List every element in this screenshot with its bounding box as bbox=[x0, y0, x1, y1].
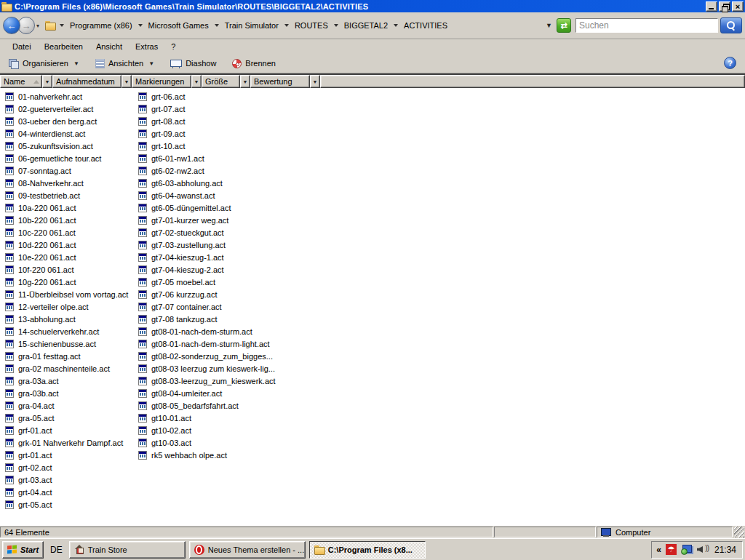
network-icon[interactable] bbox=[681, 545, 693, 555]
menu-ansicht[interactable]: Ansicht bbox=[89, 41, 129, 52]
file-item[interactable]: 10a-220 061.act bbox=[5, 201, 138, 214]
file-item[interactable]: gt7-03-zustellung.act bbox=[138, 239, 271, 251]
file-item[interactable]: gt08-03 leerzug zum kieswerk-lig... bbox=[138, 362, 271, 375]
back-button[interactable]: ← bbox=[3, 17, 20, 34]
file-item[interactable]: gt10-03.act bbox=[138, 436, 271, 449]
file-item[interactable]: gt6-03-abholung.act bbox=[138, 177, 271, 189]
file-item[interactable]: 05-zukunftsvision.act bbox=[5, 140, 138, 152]
breadcrumb-segment[interactable]: Train Simulator bbox=[223, 20, 280, 31]
file-item[interactable]: 01-nahverkehr.act bbox=[5, 90, 138, 103]
file-item[interactable]: gt7-05 moebel.act bbox=[138, 276, 271, 288]
file-item[interactable]: gt6-02-nw2.act bbox=[138, 164, 271, 177]
file-item[interactable]: grt-06.act bbox=[138, 90, 271, 103]
file-item[interactable]: gra-03b.act bbox=[5, 387, 138, 399]
search-button[interactable] bbox=[720, 17, 742, 33]
file-item[interactable]: grt-03.act bbox=[5, 473, 138, 486]
file-list-pane[interactable]: 01-nahverkehr.act 02-gueterverteiler.act… bbox=[0, 88, 745, 525]
breadcrumb-segment[interactable]: Microsoft Games bbox=[147, 20, 210, 31]
file-item[interactable]: 04-winterdienst.act bbox=[5, 127, 138, 140]
breadcrumb-separator-icon[interactable] bbox=[215, 24, 219, 27]
file-item[interactable]: grt-05.act bbox=[5, 498, 138, 511]
column-filter-name[interactable]: ▼ bbox=[42, 75, 52, 88]
file-item[interactable]: gt7-01-kurzer weg.act bbox=[138, 214, 271, 226]
file-item[interactable]: grt-09.act bbox=[138, 127, 271, 140]
file-item[interactable]: 10c-220 061.act bbox=[5, 226, 138, 239]
minimize-button[interactable] bbox=[706, 1, 717, 12]
column-filter-aufnahmedatum[interactable]: ▼ bbox=[121, 75, 132, 88]
file-item[interactable]: 07-sonntag.act bbox=[5, 164, 138, 177]
close-button[interactable]: × bbox=[732, 1, 744, 12]
menu-bearbeiten[interactable]: Bearbeiten bbox=[38, 41, 89, 52]
file-item[interactable]: gt7-07 container.act bbox=[138, 300, 271, 313]
file-item[interactable]: grt-02.act bbox=[5, 461, 138, 473]
file-item[interactable]: gt6-01-nw1.act bbox=[138, 152, 271, 164]
taskbar-button-train-store[interactable]: Train Store bbox=[69, 541, 186, 559]
column-header-bewertung[interactable]: Bewertung bbox=[250, 75, 310, 88]
column-header-name[interactable]: Name bbox=[0, 75, 42, 88]
file-item[interactable]: gt08-03-leerzug_zum_kieswerk.act bbox=[138, 375, 271, 387]
breadcrumb-separator-icon[interactable] bbox=[60, 24, 64, 27]
file-item[interactable]: gt10-02.act bbox=[138, 424, 271, 436]
breadcrumb-segment[interactable]: Programme (x86) bbox=[68, 20, 134, 31]
file-item[interactable]: 10g-220 061.act bbox=[5, 276, 138, 288]
file-item[interactable]: gt6-04-awanst.act bbox=[138, 189, 271, 201]
breadcrumb-segment[interactable]: ROUTES bbox=[293, 20, 330, 31]
file-item[interactable]: 08-Nahverkehr.act bbox=[5, 177, 138, 189]
breadcrumb-separator-icon[interactable] bbox=[284, 24, 289, 27]
taskbar-button-explorer-active[interactable]: C:\Program Files (x8... bbox=[309, 541, 426, 559]
file-item[interactable]: 03-ueber den berg.act bbox=[5, 115, 138, 127]
breadcrumb-separator-icon[interactable] bbox=[138, 24, 143, 27]
file-item[interactable]: gt08-02-sonderzug_zum_bigges... bbox=[138, 350, 271, 362]
file-item[interactable]: gt7-04-kieszug-1.act bbox=[138, 251, 271, 263]
file-item[interactable]: grt-07.act bbox=[138, 103, 271, 115]
breadcrumb-segment[interactable]: ACTIVITIES bbox=[402, 20, 449, 31]
views-button[interactable]: Ansichten ▼ bbox=[92, 57, 157, 71]
folder-icon[interactable] bbox=[45, 21, 55, 30]
column-header-aufnahmedatum[interactable]: Aufnahmedatum bbox=[52, 75, 121, 88]
file-item[interactable]: 10f-220 061.act bbox=[5, 263, 138, 276]
file-item[interactable]: gt08-05_bedarfsfahrt.act bbox=[138, 399, 271, 412]
column-filter-groesse[interactable]: ▼ bbox=[240, 75, 250, 88]
history-dropdown-icon[interactable]: ▾ bbox=[36, 23, 39, 29]
file-item[interactable]: rk5 wehbach olpe.act bbox=[138, 449, 271, 461]
file-item[interactable]: gt7-02-stueckgut.act bbox=[138, 226, 271, 239]
breadcrumb-separator-icon[interactable] bbox=[394, 24, 398, 27]
file-item[interactable]: 12-verteiler olpe.act bbox=[5, 300, 138, 313]
organize-button[interactable]: Organisieren ▼ bbox=[6, 57, 82, 71]
restore-button[interactable] bbox=[719, 1, 730, 12]
menu-help[interactable]: ? bbox=[164, 41, 182, 52]
speaker-icon[interactable] bbox=[697, 545, 709, 554]
breadcrumb-separator-icon[interactable] bbox=[334, 24, 338, 27]
file-item[interactable]: gt08-01-nach-dem-sturm-light.act bbox=[138, 337, 271, 350]
file-item[interactable]: gra-05.act bbox=[5, 412, 138, 424]
slideshow-button[interactable]: Diashow bbox=[167, 57, 219, 71]
file-item[interactable]: 02-gueterverteiler.act bbox=[5, 103, 138, 115]
file-item[interactable]: grt-01.act bbox=[5, 449, 138, 461]
avira-umbrella-icon[interactable]: ☂ bbox=[666, 544, 677, 555]
address-dropdown-icon[interactable]: ▼ bbox=[546, 22, 552, 29]
burn-button[interactable]: Brennen bbox=[229, 57, 279, 71]
taskbar-button-opera[interactable]: Neues Thema erstellen - ... bbox=[189, 541, 306, 559]
file-item[interactable]: gra-04.act bbox=[5, 399, 138, 412]
file-item[interactable]: 10d-220 061.act bbox=[5, 239, 138, 251]
file-item[interactable]: gt7-04-kieszug-2.act bbox=[138, 263, 271, 276]
start-button[interactable]: Start bbox=[2, 541, 44, 559]
file-item[interactable]: 06-gemuetliche tour.act bbox=[5, 152, 138, 164]
file-item[interactable]: gt7-08 tankzug.act bbox=[138, 313, 271, 325]
menu-datei[interactable]: Datei bbox=[6, 41, 38, 52]
file-item[interactable]: gt6-05-düngemittel.act bbox=[138, 201, 271, 214]
file-item[interactable]: 10e-220 061.act bbox=[5, 251, 138, 263]
help-button[interactable]: ? bbox=[724, 57, 736, 69]
file-item[interactable]: gt08-04-umleiter.act bbox=[138, 387, 271, 399]
column-filter-markierungen[interactable]: ▼ bbox=[191, 75, 202, 88]
language-indicator[interactable]: DE bbox=[47, 545, 65, 555]
file-item[interactable]: 11-Überbleibsel vom vortag.act bbox=[5, 288, 138, 300]
file-item[interactable]: grf-01.act bbox=[5, 424, 138, 436]
search-input[interactable] bbox=[575, 18, 718, 33]
file-item[interactable]: 14-schuelerverkehr.act bbox=[5, 325, 138, 337]
column-filter-bewertung[interactable]: ▼ bbox=[310, 75, 320, 88]
breadcrumb-segment[interactable]: BIGGETAL2 bbox=[343, 20, 389, 31]
menu-extras[interactable]: Extras bbox=[129, 41, 164, 52]
file-item[interactable]: grt-04.act bbox=[5, 486, 138, 498]
file-item[interactable]: gt7-06 kurzzug.act bbox=[138, 288, 271, 300]
